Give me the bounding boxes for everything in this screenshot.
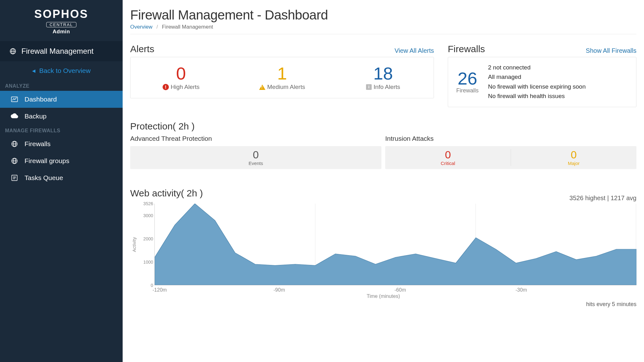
alerts-info-count: 18 xyxy=(333,65,434,82)
intrusion-major-label: Major xyxy=(511,161,636,166)
sidebar-item-label: Firewall groups xyxy=(25,157,69,165)
alerts-high-cell[interactable]: 0 ! High Alerts xyxy=(130,65,231,90)
web-activity-panel: Web activity( 2h ) 3526 highest | 1217 a… xyxy=(130,188,636,308)
list-icon xyxy=(10,174,19,182)
back-to-overview-label: Back to Overview xyxy=(39,67,91,74)
main-content: Firewall Management - Dashboard Overview… xyxy=(123,0,644,362)
firewalls-status-line: No firewall with health issues xyxy=(488,91,586,101)
web-activity-stats: 3526 highest | 1217 avg xyxy=(569,195,636,202)
intrusion-box[interactable]: 0 Critical 0 Major xyxy=(385,146,636,169)
firewalls-status-line: All managed xyxy=(488,72,586,82)
breadcrumb-overview-link[interactable]: Overview xyxy=(130,24,153,30)
sidebar-item-label: Dashboard xyxy=(25,96,57,103)
web-activity-hits-label: hits every 5 minutes xyxy=(130,301,636,308)
sidebar-item-label: Firewalls xyxy=(25,140,51,148)
intrusion-panel: Intrusion Attacks 0 Critical 0 Major xyxy=(385,135,636,169)
brand-block: SOPHOS CENTRAL Admin xyxy=(0,0,123,41)
chart-plot-area xyxy=(154,204,636,285)
firewalls-status-line: No firewall with license expiring soon xyxy=(488,82,586,91)
chart-y-axis-label: Activity xyxy=(130,204,137,285)
firewalls-status-list: 2 not connected All managed No firewall … xyxy=(488,63,586,101)
sidebar-section-toggle[interactable]: Firewall Management xyxy=(0,41,123,61)
globe-icon xyxy=(10,140,19,148)
view-all-alerts-link[interactable]: View All Alerts xyxy=(395,47,434,54)
firewalls-status-line: 2 not connected xyxy=(488,63,586,72)
chart-x-ticks: -120m-90m-60m-30m xyxy=(148,287,636,293)
breadcrumb-current: Firewall Management xyxy=(162,24,213,30)
sidebar-item-backup[interactable]: Backup xyxy=(0,108,123,125)
firewalls-count-block[interactable]: 26 Firewalls xyxy=(456,70,479,94)
sidebar-heading-analyze: ANALYZE xyxy=(0,80,123,91)
alerts-card: 0 ! High Alerts 1 Medium Alerts 18 xyxy=(130,57,434,98)
globe-group-icon xyxy=(10,157,19,165)
web-activity-chart: Activity 01000200030003526 xyxy=(130,204,636,285)
alerts-high-count: 0 xyxy=(130,65,231,82)
atp-events-label: Events xyxy=(130,161,381,166)
protection-heading: Protection( 2h ) xyxy=(130,121,636,132)
intrusion-title: Intrusion Attacks xyxy=(385,135,636,142)
brand-sub: CENTRAL xyxy=(46,22,77,27)
alerts-panel: Alerts View All Alerts 0 ! High Alerts 1… xyxy=(130,44,434,107)
sidebar-item-firewalls[interactable]: Firewalls xyxy=(0,135,123,152)
firewalls-count: 26 xyxy=(456,70,479,87)
atp-box[interactable]: 0 Events xyxy=(130,146,381,169)
intrusion-critical-label: Critical xyxy=(385,161,511,166)
atp-title: Advanced Threat Protection xyxy=(130,135,381,142)
back-to-overview-link[interactable]: ◂ Back to Overview xyxy=(0,61,123,80)
sidebar-section-title: Firewall Management xyxy=(21,47,93,56)
firewalls-card: 26 Firewalls 2 not connected All managed… xyxy=(448,57,636,107)
medium-alert-icon xyxy=(259,85,265,90)
chevron-left-icon: ◂ xyxy=(32,67,36,74)
firewalls-heading: Firewalls xyxy=(448,44,485,54)
area-chart-svg xyxy=(155,204,636,285)
alerts-info-label: Info Alerts xyxy=(374,84,400,90)
breadcrumb: Overview / Firewall Management xyxy=(130,24,636,34)
sidebar: SOPHOS CENTRAL Admin Firewall Management… xyxy=(0,0,123,362)
sidebar-item-label: Backup xyxy=(25,112,47,120)
alerts-high-label: High Alerts xyxy=(171,84,200,90)
intrusion-critical-count: 0 xyxy=(385,149,511,160)
alerts-info-cell[interactable]: 18 i Info Alerts xyxy=(333,65,434,90)
show-all-firewalls-link[interactable]: Show All Firewalls xyxy=(586,47,636,54)
chart-line-icon xyxy=(10,95,19,103)
sidebar-item-firewall-groups[interactable]: Firewall groups xyxy=(0,152,123,169)
intrusion-major-count: 0 xyxy=(511,149,636,160)
web-activity-heading: Web activity( 2h ) xyxy=(130,188,203,199)
alerts-medium-cell[interactable]: 1 Medium Alerts xyxy=(231,65,332,90)
brand-admin: Admin xyxy=(3,29,119,35)
sidebar-item-dashboard[interactable]: Dashboard xyxy=(0,91,123,108)
sidebar-heading-manage: MANAGE FIREWALLS xyxy=(0,125,123,135)
alerts-heading: Alerts xyxy=(130,44,154,54)
info-alert-icon: i xyxy=(366,84,372,90)
chart-y-ticks: 01000200030003526 xyxy=(137,204,154,285)
page-title: Firewall Management - Dashboard xyxy=(130,8,636,23)
sidebar-item-tasks-queue[interactable]: Tasks Queue xyxy=(0,169,123,186)
high-alert-icon: ! xyxy=(163,84,169,90)
firewalls-panel: Firewalls Show All Firewalls 26 Firewall… xyxy=(448,44,636,107)
globe-shield-icon xyxy=(9,47,17,55)
alerts-medium-label: Medium Alerts xyxy=(267,84,305,90)
chart-x-axis-label: Time (minutes) xyxy=(130,293,636,299)
atp-events-count: 0 xyxy=(130,149,381,160)
alerts-medium-count: 1 xyxy=(231,65,332,82)
cloud-icon xyxy=(10,112,19,120)
atp-panel: Advanced Threat Protection 0 Events xyxy=(130,135,381,169)
breadcrumb-separator: / xyxy=(157,24,158,30)
sidebar-item-label: Tasks Queue xyxy=(25,174,63,182)
firewalls-count-label: Firewalls xyxy=(456,87,479,94)
brand-logo: SOPHOS xyxy=(3,8,119,21)
